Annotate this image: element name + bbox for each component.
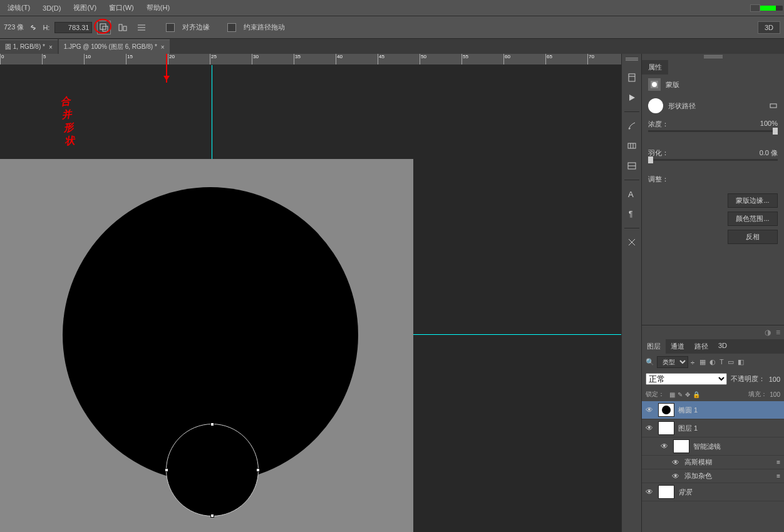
visibility-toggle-icon[interactable]: 👁: [646, 488, 654, 496]
ellipse-shape-small[interactable]: [166, 424, 259, 516]
lock-all-icon[interactable]: 🔒: [693, 391, 700, 398]
layer-thumb: [658, 403, 674, 417]
grip-icon[interactable]: [626, 58, 638, 61]
height-label: H:: [43, 24, 49, 31]
layer-row-background[interactable]: 👁 背景: [642, 483, 784, 501]
menu-filter[interactable]: 滤镜(T): [1, 0, 36, 16]
menu-window[interactable]: 窗口(W): [103, 0, 140, 16]
3d-button[interactable]: 3D: [758, 21, 780, 34]
transform-handle[interactable]: [165, 468, 168, 472]
window-minimize-button[interactable]: [750, 4, 760, 12]
ruler-tick: 60: [503, 54, 545, 64]
feather-value[interactable]: 0.0 像: [760, 148, 778, 158]
filter-text-icon[interactable]: T: [720, 358, 724, 366]
fill-value[interactable]: 100: [770, 391, 780, 398]
tab-layers[interactable]: 图层: [642, 339, 666, 354]
constrain-path-checkbox[interactable]: [227, 23, 236, 32]
mask-edge-button[interactable]: 蒙版边缘...: [728, 193, 778, 208]
filter-smart-icon[interactable]: ◧: [738, 358, 744, 366]
visibility-toggle-icon[interactable]: 👁: [672, 458, 681, 467]
doc-tab-2[interactable]: 1.JPG @ 100% (图层 6, RGB/8) * ×: [59, 39, 170, 54]
tab-paths[interactable]: 路径: [689, 339, 713, 354]
layer-row-gaussian[interactable]: 👁 高斯模糊 ≡: [642, 456, 784, 469]
layer-name[interactable]: 高斯模糊: [684, 458, 712, 467]
filter-shape-icon[interactable]: ▭: [728, 358, 734, 366]
path-arrange-button[interactable]: [135, 21, 148, 34]
panel-menu-icon[interactable]: ≡: [776, 328, 780, 337]
svg-point-2: [95, 19, 111, 33]
path-combine-button[interactable]: [97, 21, 111, 34]
visibility-toggle-icon[interactable]: 👁: [661, 442, 669, 451]
svg-point-11: [652, 82, 657, 87]
transform-handle[interactable]: [256, 468, 260, 472]
layer-thumb: [658, 485, 674, 499]
chevron-down-icon: ÷: [691, 359, 694, 366]
color-range-button[interactable]: 颜色范围...: [728, 212, 778, 226]
lock-paint-icon[interactable]: ✎: [678, 391, 683, 398]
width-label: 723 像: [4, 23, 24, 32]
filter-image-icon[interactable]: ▦: [699, 358, 706, 366]
activity-meter: [760, 6, 783, 11]
layer-row-noise[interactable]: 👁 添加杂色 ≡: [642, 469, 784, 483]
svg-rect-4: [123, 26, 126, 31]
feather-slider[interactable]: [648, 159, 778, 161]
horizontal-ruler[interactable]: 0510152025303540455055606570758085909510…: [0, 54, 621, 65]
menu-help[interactable]: 帮助(H): [140, 0, 176, 16]
brush-icon[interactable]: [626, 120, 638, 132]
invert-button[interactable]: 反相: [728, 230, 778, 244]
opacity-label: 不透明度：: [731, 374, 765, 384]
layer-row-smartfilter[interactable]: 👁 智能滤镜: [642, 437, 784, 456]
character-icon[interactable]: A: [626, 188, 638, 200]
fx-icon[interactable]: ≡: [776, 473, 780, 479]
fx-icon[interactable]: ≡: [776, 459, 780, 466]
layer-name[interactable]: 背景: [678, 488, 692, 497]
link-icon[interactable]: [769, 101, 778, 110]
history-icon[interactable]: [626, 71, 638, 84]
adjustments-icon[interactable]: [626, 160, 638, 172]
align-edges-checkbox[interactable]: [166, 23, 175, 32]
fill-label: 填充：: [748, 390, 767, 399]
visibility-toggle-icon[interactable]: 👁: [672, 472, 681, 481]
close-icon[interactable]: ×: [49, 44, 53, 51]
properties-tab[interactable]: 属性: [642, 60, 668, 74]
transform-handle[interactable]: [210, 422, 214, 426]
layer-name[interactable]: 图层 1: [678, 424, 698, 433]
ruler-tick: 70: [587, 54, 621, 64]
layer-name[interactable]: 添加杂色: [684, 471, 712, 481]
ruler-tick: 5: [42, 54, 84, 64]
close-icon[interactable]: ×: [161, 44, 165, 51]
paragraph-icon[interactable]: ¶: [626, 208, 638, 220]
filter-adjust-icon[interactable]: ◐: [709, 358, 716, 366]
layer-row-layer1[interactable]: 👁 图层 1: [642, 419, 784, 437]
layer-row-ellipse[interactable]: 👁 椭圆 1: [642, 401, 784, 419]
opacity-value[interactable]: 100: [769, 376, 780, 383]
layer-name[interactable]: 智能滤镜: [693, 442, 721, 451]
tools-icon[interactable]: [626, 236, 638, 248]
density-slider[interactable]: [648, 130, 778, 132]
tab-channels[interactable]: 通道: [666, 339, 689, 354]
doc-tab-1[interactable]: 圆 1, RGB/8) * ×: [0, 39, 58, 54]
tab-3d[interactable]: 3D: [713, 339, 732, 354]
path-align-button[interactable]: [116, 21, 130, 34]
shape-path-label: 形状路径: [668, 101, 696, 111]
visibility-toggle-icon[interactable]: 👁: [646, 424, 654, 432]
ruler-tick: 20: [168, 54, 210, 64]
visibility-toggle-icon[interactable]: 👁: [646, 406, 654, 414]
canvas[interactable]: 合并形状: [0, 65, 621, 532]
blend-mode-select[interactable]: 正常: [646, 373, 727, 385]
svg-point-14: [662, 406, 671, 414]
height-input[interactable]: 783.31: [54, 22, 92, 33]
grip-icon[interactable]: [704, 55, 723, 59]
search-icon[interactable]: 🔍: [646, 358, 654, 366]
filter-type-select[interactable]: 类型: [657, 356, 688, 368]
layer-visibility-icon[interactable]: ◑: [765, 328, 771, 337]
lock-transparency-icon[interactable]: ▦: [669, 391, 675, 398]
link-icon[interactable]: [29, 23, 38, 32]
transform-handle[interactable]: [210, 514, 214, 518]
menu-3d[interactable]: 3D(D): [36, 0, 67, 16]
layer-name[interactable]: 椭圆 1: [678, 406, 698, 415]
swatches-icon[interactable]: [626, 140, 638, 152]
lock-position-icon[interactable]: ✥: [685, 391, 690, 398]
play-icon[interactable]: [626, 91, 638, 104]
menu-view[interactable]: 视图(V): [67, 0, 103, 16]
